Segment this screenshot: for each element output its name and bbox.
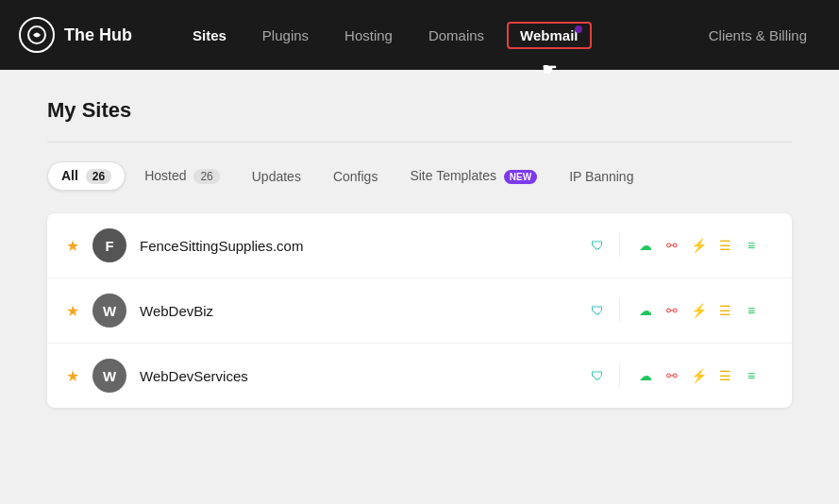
cloud-icon[interactable]: ☁: [633, 233, 658, 258]
site-action-icons: 🛡 ☁ ⚯ ⚡ ☰ ≡: [576, 233, 773, 258]
logo-text: The Hub: [64, 25, 132, 45]
star-icon[interactable]: ★: [66, 367, 79, 385]
icon-group-hosting: ☁ ⚯ ⚡ ☰ ≡: [624, 298, 773, 323]
filter-tab-configs[interactable]: Configs: [320, 163, 391, 190]
shield-icon[interactable]: 🛡: [585, 233, 610, 258]
main-nav: Sites Plugins Hosting Domains Webmail ☛ …: [179, 22, 820, 49]
hub-icon[interactable]: ⚯: [660, 363, 684, 388]
bolt-icon[interactable]: ⚡: [686, 233, 711, 258]
filter-tab-all[interactable]: All 26: [47, 161, 126, 191]
menu-icon[interactable]: ≡: [739, 233, 763, 258]
site-action-icons: 🛡 ☁ ⚯ ⚡ ☰ ≡: [576, 363, 773, 388]
site-name[interactable]: WebDevServices: [140, 368, 562, 384]
main-header: The Hub Sites Plugins Hosting Domains We…: [0, 0, 839, 70]
hosted-count: 26: [193, 169, 219, 184]
menu-icon[interactable]: ≡: [739, 298, 763, 323]
star-icon[interactable]: ★: [66, 302, 79, 320]
table-row: ★ F FenceSittingSupplies.com 🛡 ☁ ⚯ ⚡ ☰ ≡: [47, 213, 792, 278]
filter-tab-hosted[interactable]: Hosted 26: [131, 162, 233, 190]
logo-icon: [19, 17, 55, 53]
nav-item-sites[interactable]: Sites: [179, 22, 240, 49]
shield-icon[interactable]: 🛡: [585, 363, 610, 388]
bolt-icon[interactable]: ⚡: [686, 298, 711, 323]
notification-dot: [575, 25, 582, 33]
icon-group-security: 🛡: [576, 233, 620, 258]
menu-icon[interactable]: ≡: [739, 363, 763, 388]
logo-area: The Hub: [19, 17, 151, 53]
cloud-icon[interactable]: ☁: [633, 363, 658, 388]
hub-icon[interactable]: ⚯: [660, 298, 684, 323]
layers-icon[interactable]: ☰: [713, 363, 737, 388]
icon-group-hosting: ☁ ⚯ ⚡ ☰ ≡: [624, 233, 773, 258]
star-icon[interactable]: ★: [66, 237, 79, 255]
nav-item-hosting[interactable]: Hosting: [331, 22, 406, 49]
table-row: ★ W WebDevBiz 🛡 ☁ ⚯ ⚡ ☰ ≡: [47, 278, 792, 344]
site-name[interactable]: FenceSittingSupplies.com: [140, 238, 562, 254]
main-content: My Sites All 26 Hosted 26 Updates Config…: [0, 70, 839, 436]
icon-group-security: 🛡: [576, 298, 620, 323]
nav-item-plugins[interactable]: Plugins: [249, 22, 322, 49]
page-title: My Sites: [47, 98, 792, 123]
filter-tab-site-templates[interactable]: Site Templates NEW: [396, 162, 550, 190]
avatar: W: [92, 359, 126, 393]
cloud-icon[interactable]: ☁: [633, 298, 658, 323]
layers-icon[interactable]: ☰: [713, 298, 737, 323]
avatar: F: [92, 228, 126, 262]
avatar: W: [92, 294, 126, 328]
site-action-icons: 🛡 ☁ ⚯ ⚡ ☰ ≡: [576, 298, 773, 323]
layers-icon[interactable]: ☰: [713, 233, 737, 258]
nav-item-clients-billing[interactable]: Clients & Billing: [696, 22, 820, 49]
icon-group-security: 🛡: [576, 363, 620, 388]
nav-item-domains[interactable]: Domains: [415, 22, 497, 49]
hub-icon[interactable]: ⚯: [660, 233, 684, 258]
divider: [47, 142, 792, 143]
bolt-icon[interactable]: ⚡: [686, 363, 711, 388]
filter-tab-updates[interactable]: Updates: [239, 163, 314, 190]
new-badge: NEW: [504, 170, 537, 184]
sites-list: ★ F FenceSittingSupplies.com 🛡 ☁ ⚯ ⚡ ☰ ≡…: [47, 213, 792, 408]
all-count: 26: [86, 169, 111, 184]
filter-tab-ip-banning[interactable]: IP Banning: [556, 163, 646, 190]
site-name[interactable]: WebDevBiz: [140, 303, 562, 319]
table-row: ★ W WebDevServices 🛡 ☁ ⚯ ⚡ ☰ ≡: [47, 344, 792, 408]
icon-group-hosting: ☁ ⚯ ⚡ ☰ ≡: [624, 363, 773, 388]
nav-item-webmail[interactable]: Webmail ☛: [507, 22, 591, 49]
shield-icon[interactable]: 🛡: [585, 298, 610, 323]
filter-tabs: All 26 Hosted 26 Updates Configs Site Te…: [47, 161, 792, 191]
